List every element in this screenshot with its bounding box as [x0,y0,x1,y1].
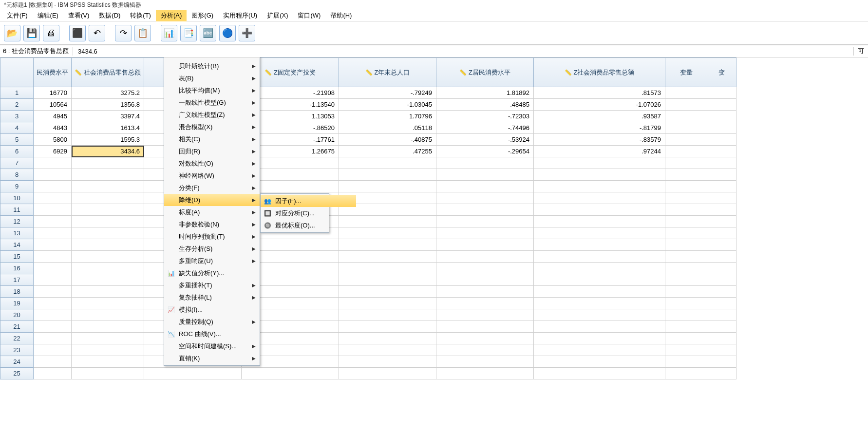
cell[interactable] [72,368,144,379]
cell[interactable] [34,181,72,192]
menu-item-相关(C)[interactable]: 相关(C)▶ [164,133,260,145]
cell[interactable] [534,239,665,251]
menu-item-复杂抽样(L)[interactable]: 复杂抽样(L)▶ [164,291,260,303]
cell[interactable] [72,157,144,169]
cell[interactable] [34,263,72,274]
cell[interactable]: .47255 [339,146,436,157]
column-header[interactable]: 📏Z年末总人口 [339,58,436,87]
menu-item-多重插补(T)[interactable]: 多重插补(T)▶ [164,279,260,291]
cell[interactable] [436,192,534,204]
submenu-item-对应分析(C)...[interactable]: 对应分析(C)...🔲 [261,207,356,219]
cell[interactable] [72,274,144,286]
cell[interactable] [665,227,707,239]
cell[interactable]: 10564 [34,99,72,111]
row-number[interactable]: 11 [0,204,34,216]
cell[interactable] [665,286,707,298]
cell[interactable]: .05118 [339,122,436,134]
cell[interactable] [534,274,665,286]
cell[interactable] [339,181,436,192]
cell[interactable] [436,227,534,239]
cell[interactable] [707,146,736,157]
cell[interactable] [436,274,534,286]
cell[interactable] [534,216,665,227]
cell[interactable] [72,227,144,239]
cell[interactable] [34,344,72,356]
dimension-reduction-submenu[interactable]: 因子(F)...👥对应分析(C)...🔲最优标度(O)...🔘 [260,193,329,233]
menu-item-缺失值分析(Y)...[interactable]: 缺失值分析(Y)...📊 [164,267,260,279]
cell[interactable] [665,263,707,274]
cell[interactable] [707,263,736,274]
cell[interactable]: -.81799 [534,122,665,134]
toolbar-button-5[interactable]: ↷ [115,25,132,41]
cell[interactable]: 1356.8 [72,99,144,111]
cell[interactable] [707,286,736,298]
cell[interactable] [436,356,534,368]
cell[interactable] [339,356,436,368]
cell[interactable] [665,204,707,216]
cell[interactable] [339,251,436,263]
cell[interactable]: -.83579 [534,134,665,146]
menu-编辑(E)[interactable]: 编辑(E) [33,10,63,21]
cell[interactable] [34,356,72,368]
menu-item-非参数检验(N)[interactable]: 非参数检验(N)▶ [164,218,260,230]
cell[interactable] [707,344,736,356]
cell[interactable]: 4843 [34,122,72,134]
cell[interactable] [534,157,665,169]
cell[interactable] [436,157,534,169]
cell[interactable]: -1.03045 [339,99,436,111]
cell[interactable] [707,87,736,99]
cell[interactable] [534,344,665,356]
cell[interactable] [339,298,436,309]
cell[interactable] [707,111,736,122]
cell[interactable] [534,169,665,181]
toolbar-button-6[interactable]: 📋 [134,25,151,41]
cell[interactable]: -1.07026 [534,99,665,111]
menu-item-比较平均值(M)[interactable]: 比较平均值(M)▶ [164,84,260,96]
menu-查看(V)[interactable]: 查看(V) [63,10,94,21]
column-header[interactable]: 📏Z社会消费品零售总额 [534,58,665,87]
cell[interactable] [436,251,534,263]
cell[interactable] [665,87,707,99]
cell[interactable] [665,309,707,321]
row-number[interactable]: 24 [0,356,34,368]
menu-实用程序(U)[interactable]: 实用程序(U) [218,10,262,21]
analyze-menu[interactable]: 报告(P)▶描述统计(E)▶贝叶斯统计(B)▶表(B)▶比较平均值(M)▶一般线… [164,57,260,366]
cell[interactable]: 1.70796 [339,111,436,122]
cell[interactable] [707,181,736,192]
cell[interactable] [665,274,707,286]
cell[interactable] [436,309,534,321]
cell[interactable] [534,227,665,239]
cell[interactable] [339,333,436,344]
cell[interactable] [534,309,665,321]
row-number[interactable]: 13 [0,227,34,239]
cell[interactable] [72,216,144,227]
cell[interactable] [34,274,72,286]
cell[interactable] [72,356,144,368]
cell[interactable]: 6929 [34,146,72,157]
cell[interactable] [707,227,736,239]
cell[interactable]: .81573 [534,87,665,99]
cell[interactable] [34,321,72,333]
menu-item-空间和时间建模(S)...[interactable]: 空间和时间建模(S)...▶ [164,340,260,352]
cell[interactable] [707,251,736,263]
cell[interactable] [436,263,534,274]
row-number[interactable]: 23 [0,344,34,356]
menu-转换(T)[interactable]: 转换(T) [125,10,156,21]
cell[interactable] [665,111,707,122]
toolbar-button-3[interactable]: ⬛ [69,25,86,41]
menu-item-回归(R)[interactable]: 回归(R)▶ [164,145,260,157]
cell[interactable] [707,169,736,181]
cell[interactable] [534,192,665,204]
menu-item-质量控制(Q)[interactable]: 质量控制(Q)▶ [164,316,260,328]
visibility-toggle[interactable]: 可 [853,47,868,56]
cell[interactable] [707,309,736,321]
cell[interactable] [144,368,242,379]
toolbar-button-9[interactable]: 🔤 [200,25,216,41]
cell[interactable] [665,344,707,356]
cell[interactable] [534,286,665,298]
cell[interactable] [707,157,736,169]
cell[interactable] [436,216,534,227]
menu-item-一般线性模型(G)[interactable]: 一般线性模型(G)▶ [164,96,260,109]
row-number[interactable]: 9 [0,181,34,192]
cell[interactable] [665,192,707,204]
